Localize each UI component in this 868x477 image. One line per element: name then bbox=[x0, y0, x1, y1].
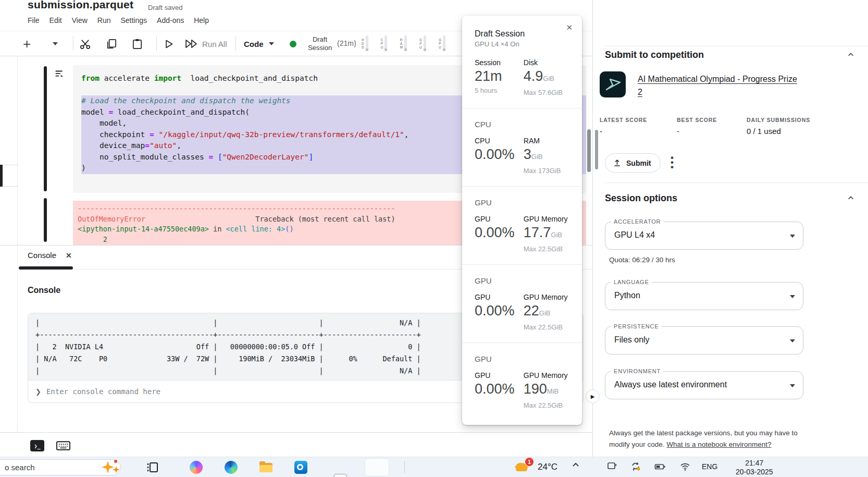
collapsed-sidebar-tab[interactable] bbox=[0, 165, 18, 187]
chevron-down-icon bbox=[790, 339, 795, 343]
clock-date: 20-03-2025 bbox=[736, 468, 773, 476]
tray-expand-chevron[interactable] bbox=[571, 460, 580, 470]
section-header: GPU bbox=[475, 354, 569, 363]
session-max: 5 hours bbox=[475, 87, 524, 94]
session-resources-popup: ✕ Draft Session GPU L4 ×4 On Session 21m… bbox=[462, 16, 582, 425]
add-cell-button[interactable]: + bbox=[23, 31, 31, 56]
popup-subtitle: GPU L4 ×4 On bbox=[475, 40, 569, 48]
session-options-title: Session options bbox=[605, 193, 677, 204]
cell-type-label: Code bbox=[244, 40, 264, 48]
outlook-icon[interactable] bbox=[294, 461, 307, 474]
menu-settings[interactable]: Settings bbox=[120, 16, 147, 25]
accelerator-select[interactable]: ACCELERATOR GPU L4 x4 bbox=[605, 222, 803, 250]
run-all-icon[interactable] bbox=[184, 31, 198, 56]
menu-help[interactable]: Help bbox=[194, 16, 209, 25]
environment-select[interactable]: ENVIRONMENT Always use latest environmen… bbox=[605, 371, 803, 399]
keyboard-icon[interactable] bbox=[56, 440, 70, 451]
section-header: GPU bbox=[475, 276, 569, 285]
cast-device-icon[interactable] bbox=[607, 462, 617, 471]
collapse-section-chevron[interactable] bbox=[847, 51, 854, 58]
console-tab[interactable]: Console ✕ bbox=[28, 251, 72, 260]
menu-edit[interactable]: Edit bbox=[49, 16, 62, 25]
persistence-value: Files only bbox=[614, 335, 650, 345]
weather-icon[interactable]: 1 bbox=[515, 459, 532, 475]
right-settings-panel: Submit to competition AI Mathematical Ol… bbox=[592, 0, 868, 457]
resource-meter-ram[interactable]: R A M bbox=[400, 35, 406, 51]
copilot-icon[interactable] bbox=[190, 461, 203, 474]
resource-section-cpu: CPUCPU0.00%RAM3GiBMax 173GiB bbox=[475, 108, 569, 175]
competition-link[interactable]: AI Mathematical Olympiad - Progress Priz… bbox=[638, 72, 799, 99]
chevron-down-icon bbox=[790, 384, 795, 387]
environment-help-link[interactable]: What is a notebook environment? bbox=[666, 441, 771, 448]
run-all-button[interactable]: Run All bbox=[202, 31, 227, 56]
collapse-section-chevron[interactable] bbox=[847, 194, 854, 202]
session-value: 21m bbox=[475, 68, 524, 84]
notebook-title[interactable]: submission.parquet bbox=[28, 0, 133, 11]
cell-focus-bar[interactable] bbox=[44, 198, 47, 242]
popup-title: Draft Session bbox=[475, 29, 569, 39]
session-disk-stats: Session 21m 5 hours Disk 4.9GiB Max 57.6… bbox=[475, 58, 569, 96]
accelerator-value: GPU L4 x4 bbox=[614, 230, 655, 240]
temperature-label[interactable]: 24°C bbox=[538, 462, 557, 472]
battery-icon[interactable] bbox=[654, 462, 666, 471]
session-status-dot bbox=[290, 41, 296, 47]
language-label: LANGUAGE bbox=[611, 279, 652, 285]
more-options-icon[interactable]: ••• bbox=[669, 155, 675, 169]
notepad-icon[interactable] bbox=[334, 474, 347, 477]
resource-meter-cpu[interactable]: C P U bbox=[381, 35, 388, 51]
close-icon[interactable]: ✕ bbox=[566, 23, 573, 32]
cut-cell-button[interactable] bbox=[79, 31, 91, 56]
terminal-icon[interactable]: ❯_ bbox=[30, 440, 44, 451]
resource-section-gpu: GPUGPU0.00%GPU Memory17.7GiBMax 22.5GiB bbox=[475, 186, 569, 253]
paste-cell-button[interactable] bbox=[131, 31, 143, 56]
session-status-label[interactable]: Draft Session bbox=[304, 35, 336, 52]
notebook-scrollbar[interactable] bbox=[587, 129, 591, 172]
add-cell-caret[interactable] bbox=[53, 31, 58, 56]
stat-daily-submissions: DAILY SUBMISSIONS0 / 1 used bbox=[747, 117, 845, 136]
resource-meter-gpu[interactable]: G P U bbox=[439, 35, 445, 51]
resource-meter-hdd[interactable]: H D D bbox=[362, 35, 368, 51]
file-explorer-icon[interactable] bbox=[259, 461, 272, 474]
active-app-highlight bbox=[365, 458, 389, 476]
language-select[interactable]: LANGUAGE Python bbox=[605, 282, 803, 310]
environment-note: Always get the latest package versions, … bbox=[609, 427, 819, 450]
menu-add-ons[interactable]: Add-ons bbox=[157, 16, 184, 25]
resource-meters: H D DC P UR A MG P UG P U bbox=[362, 35, 445, 51]
menu-file[interactable]: File bbox=[28, 16, 40, 25]
cell-type-dropdown[interactable]: Code bbox=[244, 31, 274, 56]
resource-meter-gpu[interactable]: G P U bbox=[419, 35, 426, 51]
task-view-icon[interactable] bbox=[146, 461, 159, 474]
quota-text: Quota: 06:29 / 30 hrs bbox=[609, 256, 675, 264]
chevron-down-icon bbox=[790, 235, 795, 238]
submit-button[interactable]: Submit bbox=[605, 153, 661, 173]
chevron-down-icon bbox=[269, 42, 274, 45]
divider bbox=[17, 56, 18, 433]
run-cell-button[interactable] bbox=[163, 31, 174, 56]
language-value: Python bbox=[614, 291, 640, 300]
menu-run[interactable]: Run bbox=[97, 16, 111, 25]
divider bbox=[605, 46, 868, 46]
menu-view[interactable]: View bbox=[72, 16, 88, 25]
edge-icon[interactable] bbox=[225, 461, 238, 474]
divider bbox=[73, 36, 73, 51]
section-header: CPU bbox=[475, 120, 569, 129]
competition-logo bbox=[600, 71, 626, 97]
menu-bar: FileEditViewRunSettingsAdd-onsHelp bbox=[28, 16, 209, 25]
prompt-chevron-icon: ❯ bbox=[35, 388, 41, 396]
chevron-down-icon bbox=[790, 295, 795, 298]
sync-status-icon[interactable] bbox=[630, 462, 641, 471]
persistence-select[interactable]: PERSISTENCE Files only bbox=[605, 326, 803, 354]
clock[interactable]: 21:47 20-03-2025 bbox=[736, 459, 773, 476]
console-heading: Console bbox=[28, 286, 60, 295]
panel-collapse-button[interactable]: ▶ bbox=[586, 389, 600, 403]
cell-actions-icon[interactable] bbox=[54, 68, 65, 80]
language-indicator[interactable]: ENG bbox=[702, 462, 717, 471]
close-icon[interactable]: ✕ bbox=[66, 251, 72, 260]
panel-scrollbar[interactable] bbox=[595, 130, 598, 169]
copy-cell-button[interactable] bbox=[105, 31, 117, 56]
clock-time: 21:47 bbox=[736, 459, 773, 468]
persistence-label: PERSISTENCE bbox=[611, 323, 661, 329]
session-elapsed-time: (21m) bbox=[337, 39, 356, 47]
cell-focus-bar[interactable] bbox=[44, 66, 47, 191]
wifi-icon[interactable] bbox=[680, 462, 690, 471]
